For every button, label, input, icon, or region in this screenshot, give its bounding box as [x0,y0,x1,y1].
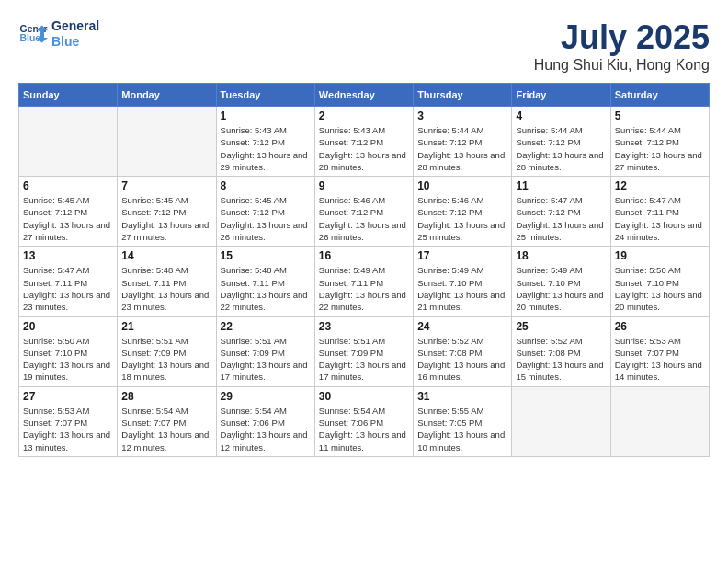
calendar-cell: 13Sunrise: 5:47 AM Sunset: 7:11 PM Dayli… [19,247,118,316]
main-title: July 2025 [534,18,710,57]
calendar-header-row: SundayMondayTuesdayWednesdayThursdayFrid… [19,84,710,107]
calendar-cell: 20Sunrise: 5:50 AM Sunset: 7:10 PM Dayli… [19,316,118,386]
calendar-cell: 7Sunrise: 5:45 AM Sunset: 7:12 PM Daylig… [118,177,216,247]
day-info: Sunrise: 5:47 AM Sunset: 7:11 PM Dayligh… [23,264,113,313]
day-info: Sunrise: 5:49 AM Sunset: 7:10 PM Dayligh… [417,264,507,313]
weekday-header: Tuesday [216,84,314,107]
day-info: Sunrise: 5:46 AM Sunset: 7:12 PM Dayligh… [319,194,409,243]
day-number: 7 [121,179,211,192]
calendar-cell: 3Sunrise: 5:44 AM Sunset: 7:12 PM Daylig… [414,107,512,177]
day-number: 4 [516,109,606,122]
day-number: 30 [319,390,409,403]
day-info: Sunrise: 5:54 AM Sunset: 7:06 PM Dayligh… [221,405,311,454]
calendar-week-row: 1Sunrise: 5:43 AM Sunset: 7:12 PM Daylig… [19,107,710,177]
calendar-cell: 4Sunrise: 5:44 AM Sunset: 7:12 PM Daylig… [512,107,610,177]
day-info: Sunrise: 5:46 AM Sunset: 7:12 PM Dayligh… [417,194,507,243]
day-number: 11 [516,179,606,192]
day-number: 17 [417,249,507,262]
weekday-header: Saturday [610,84,709,107]
day-number: 6 [23,179,113,192]
day-info: Sunrise: 5:45 AM Sunset: 7:12 PM Dayligh… [221,194,311,243]
day-number: 28 [121,390,211,403]
logo-icon: General Blue [18,19,48,49]
calendar-cell: 17Sunrise: 5:49 AM Sunset: 7:10 PM Dayli… [414,247,512,316]
day-number: 14 [121,249,211,262]
calendar-cell: 10Sunrise: 5:46 AM Sunset: 7:12 PM Dayli… [414,177,512,247]
day-number: 31 [417,390,507,403]
calendar-cell: 15Sunrise: 5:48 AM Sunset: 7:11 PM Dayli… [216,247,314,316]
day-info: Sunrise: 5:49 AM Sunset: 7:11 PM Dayligh… [319,264,409,313]
day-info: Sunrise: 5:44 AM Sunset: 7:12 PM Dayligh… [417,124,507,173]
calendar-cell [19,107,118,177]
title-area: July 2025 Hung Shui Kiu, Hong Kong [534,18,710,74]
weekday-header: Monday [118,84,216,107]
day-number: 12 [615,179,705,192]
calendar-cell: 26Sunrise: 5:53 AM Sunset: 7:07 PM Dayli… [610,316,709,386]
calendar-week-row: 20Sunrise: 5:50 AM Sunset: 7:10 PM Dayli… [19,316,710,386]
day-number: 10 [417,179,507,192]
calendar-cell: 25Sunrise: 5:52 AM Sunset: 7:08 PM Dayli… [512,316,610,386]
logo: General Blue General Blue [18,18,99,50]
day-number: 20 [23,320,113,333]
logo-text: General Blue [51,18,99,50]
day-info: Sunrise: 5:47 AM Sunset: 7:12 PM Dayligh… [516,194,606,243]
weekday-header: Sunday [19,84,118,107]
day-info: Sunrise: 5:45 AM Sunset: 7:12 PM Dayligh… [23,194,113,243]
day-number: 13 [23,249,113,262]
day-info: Sunrise: 5:48 AM Sunset: 7:11 PM Dayligh… [121,264,211,313]
calendar-cell: 2Sunrise: 5:43 AM Sunset: 7:12 PM Daylig… [314,107,413,177]
day-info: Sunrise: 5:44 AM Sunset: 7:12 PM Dayligh… [516,124,606,173]
day-number: 5 [615,109,705,122]
day-info: Sunrise: 5:52 AM Sunset: 7:08 PM Dayligh… [417,335,507,384]
day-number: 21 [121,320,211,333]
day-number: 23 [319,320,409,333]
subtitle: Hung Shui Kiu, Hong Kong [534,57,710,74]
calendar-cell: 27Sunrise: 5:53 AM Sunset: 7:07 PM Dayli… [19,386,118,456]
day-info: Sunrise: 5:43 AM Sunset: 7:12 PM Dayligh… [221,124,311,173]
day-number: 16 [319,249,409,262]
day-info: Sunrise: 5:45 AM Sunset: 7:12 PM Dayligh… [121,194,211,243]
calendar-cell: 1Sunrise: 5:43 AM Sunset: 7:12 PM Daylig… [216,107,314,177]
calendar-cell: 29Sunrise: 5:54 AM Sunset: 7:06 PM Dayli… [216,386,314,456]
calendar-cell: 18Sunrise: 5:49 AM Sunset: 7:10 PM Dayli… [512,247,610,316]
day-info: Sunrise: 5:51 AM Sunset: 7:09 PM Dayligh… [121,335,211,384]
calendar-cell: 9Sunrise: 5:46 AM Sunset: 7:12 PM Daylig… [314,177,413,247]
day-number: 26 [615,320,705,333]
calendar-cell: 24Sunrise: 5:52 AM Sunset: 7:08 PM Dayli… [414,316,512,386]
day-number: 9 [319,179,409,192]
day-number: 29 [221,390,311,403]
calendar-cell: 12Sunrise: 5:47 AM Sunset: 7:11 PM Dayli… [610,177,709,247]
weekday-header: Friday [512,84,610,107]
calendar-table: SundayMondayTuesdayWednesdayThursdayFrid… [18,83,710,457]
day-info: Sunrise: 5:54 AM Sunset: 7:07 PM Dayligh… [121,405,211,454]
calendar-week-row: 27Sunrise: 5:53 AM Sunset: 7:07 PM Dayli… [19,386,710,456]
calendar-week-row: 13Sunrise: 5:47 AM Sunset: 7:11 PM Dayli… [19,247,710,316]
calendar-cell [118,107,216,177]
day-info: Sunrise: 5:50 AM Sunset: 7:10 PM Dayligh… [615,264,705,313]
day-number: 2 [319,109,409,122]
calendar-week-row: 6Sunrise: 5:45 AM Sunset: 7:12 PM Daylig… [19,177,710,247]
day-info: Sunrise: 5:53 AM Sunset: 7:07 PM Dayligh… [23,405,113,454]
day-number: 24 [417,320,507,333]
calendar-cell: 6Sunrise: 5:45 AM Sunset: 7:12 PM Daylig… [19,177,118,247]
calendar-cell [610,386,709,456]
calendar-cell: 8Sunrise: 5:45 AM Sunset: 7:12 PM Daylig… [216,177,314,247]
day-info: Sunrise: 5:47 AM Sunset: 7:11 PM Dayligh… [615,194,705,243]
calendar-cell: 11Sunrise: 5:47 AM Sunset: 7:12 PM Dayli… [512,177,610,247]
day-info: Sunrise: 5:51 AM Sunset: 7:09 PM Dayligh… [319,335,409,384]
day-info: Sunrise: 5:54 AM Sunset: 7:06 PM Dayligh… [319,405,409,454]
calendar-cell: 14Sunrise: 5:48 AM Sunset: 7:11 PM Dayli… [118,247,216,316]
weekday-header: Wednesday [314,84,413,107]
day-number: 27 [23,390,113,403]
weekday-header: Thursday [414,84,512,107]
day-info: Sunrise: 5:43 AM Sunset: 7:12 PM Dayligh… [319,124,409,173]
day-number: 25 [516,320,606,333]
calendar-cell: 22Sunrise: 5:51 AM Sunset: 7:09 PM Dayli… [216,316,314,386]
calendar-cell: 16Sunrise: 5:49 AM Sunset: 7:11 PM Dayli… [314,247,413,316]
calendar-cell: 31Sunrise: 5:55 AM Sunset: 7:05 PM Dayli… [414,386,512,456]
day-info: Sunrise: 5:49 AM Sunset: 7:10 PM Dayligh… [516,264,606,313]
day-number: 1 [221,109,311,122]
calendar-cell [512,386,610,456]
calendar-cell: 19Sunrise: 5:50 AM Sunset: 7:10 PM Dayli… [610,247,709,316]
day-info: Sunrise: 5:51 AM Sunset: 7:09 PM Dayligh… [221,335,311,384]
